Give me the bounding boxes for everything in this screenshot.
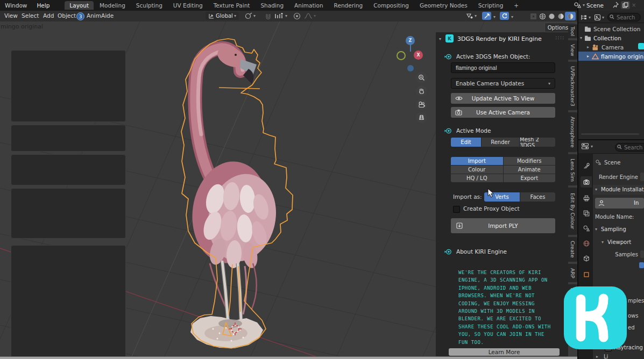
properties-search[interactable] <box>615 143 644 152</box>
properties-editor-type-button[interactable]: ▾ <box>581 142 593 150</box>
chevron-right-icon[interactable]: ▸ <box>587 45 589 49</box>
sidebar-tab-tool[interactable]: Tool <box>568 24 578 39</box>
rotation-overlay-toggle[interactable] <box>500 12 509 20</box>
properties-tab-output[interactable] <box>581 192 592 204</box>
overlays-toggle-icon[interactable] <box>530 13 537 20</box>
workspace-tab-compositing[interactable]: Compositing <box>369 1 414 10</box>
pan-button[interactable] <box>416 85 427 97</box>
workspace-tab-layout[interactable]: Layout <box>65 1 94 10</box>
outliner-scrollbar[interactable] <box>581 133 639 135</box>
import-ply-button[interactable]: Import PLY <box>451 218 555 233</box>
show-gizmo-dropdown[interactable]: ▾ <box>466 12 477 20</box>
update-active-to-view-button[interactable]: Update Active To View <box>451 93 555 104</box>
menu-view[interactable]: View <box>4 12 18 19</box>
snap-magnet-icon[interactable] <box>265 13 272 20</box>
transform-orientation-dropdown[interactable]: Global ▾ <box>206 12 239 20</box>
panel-collapse-icon[interactable]: ▾ <box>439 37 441 41</box>
sampling-section[interactable]: ▾ Sampling <box>593 225 644 234</box>
unlink-scene-icon[interactable]: × <box>632 2 636 8</box>
menu-window[interactable]: Window <box>0 2 32 9</box>
gizmo-z-axis[interactable]: Z <box>406 36 415 45</box>
camera-view-button[interactable] <box>416 99 427 110</box>
chevron-right-icon[interactable]: ▸ <box>587 54 589 59</box>
properties-tab-collection[interactable] <box>581 253 592 264</box>
sidebar-tab-create[interactable]: Create <box>568 236 578 262</box>
mode-render-button[interactable]: Render <box>482 138 520 147</box>
shading-solid-icon[interactable] <box>548 13 555 20</box>
scene-selector[interactable]: ▾ Scene × <box>574 1 636 9</box>
samples-field[interactable] <box>640 250 644 258</box>
properties-tab-tool[interactable] <box>581 160 592 171</box>
gizmo-x-axis[interactable]: X <box>414 51 423 60</box>
clipped-blue-widget[interactable] <box>639 262 644 268</box>
workspace-tab-sculpting[interactable]: Sculpting <box>131 1 167 10</box>
menu-object[interactable]: Object <box>58 12 76 19</box>
menu-animaide[interactable]: AnimAide <box>87 12 114 19</box>
outliner-search[interactable] <box>607 13 641 21</box>
sidebar-tab-uvpackmaster3[interactable]: UVPackmaster3 <box>568 61 578 111</box>
falloff-dropdown[interactable]: ▾ <box>304 12 316 20</box>
add-workspace-button[interactable]: + <box>509 1 523 10</box>
snap-increments-dropdown[interactable]: ▾ <box>274 12 287 20</box>
mode-mesh2-3dgs-button[interactable]: Mesh 2 3DGS <box>520 138 555 147</box>
sidebar-tab-lens-sim[interactable]: Lens Sim <box>568 154 578 186</box>
properties-tab-object[interactable] <box>581 269 592 280</box>
tool-export-button[interactable]: Export <box>504 174 556 182</box>
region-divider[interactable] <box>577 139 644 140</box>
learn-more-button[interactable]: Learn More <box>449 348 560 356</box>
tool-modifiers-button[interactable]: Modifiers <box>504 157 556 165</box>
outliner-row-collection[interactable]: ▾ Collection <box>578 33 644 42</box>
properties-tab-render[interactable] <box>581 176 592 188</box>
tool-animate-button[interactable]: Animate <box>504 166 556 174</box>
flamingo-model[interactable] <box>186 43 284 348</box>
properties-breadcrumb[interactable]: Scene <box>595 159 621 166</box>
module-installation-section[interactable]: ▾ Module Installation <box>593 185 644 195</box>
workspace-tab-geometry-nodes[interactable]: Geometry Nodes <box>415 1 472 10</box>
new-scene-button[interactable] <box>621 1 630 9</box>
properties-tab-scene[interactable] <box>581 222 592 234</box>
workspace-tab-scripting[interactable]: Scripting <box>473 1 508 10</box>
properties-tab-view-layer[interactable] <box>581 207 592 219</box>
mode-edit-button[interactable]: Edit <box>451 138 482 147</box>
chevron-down-icon[interactable]: ▾ <box>493 15 496 19</box>
shading-wireframe-icon[interactable] <box>539 13 546 20</box>
create-proxy-checkbox[interactable] <box>453 206 460 213</box>
menu-select[interactable]: Select <box>22 12 39 19</box>
xray-toggle[interactable] <box>482 12 491 20</box>
mesh-name-field[interactable] <box>451 62 555 73</box>
workspace-tab-modeling[interactable]: Modeling <box>95 1 130 10</box>
outliner-row-scene-collection[interactable]: Scene Collection <box>578 24 644 33</box>
outliner-display-mode-button[interactable]: ▾ <box>581 14 591 21</box>
render-engine-dropdown[interactable] <box>640 173 644 181</box>
sidebar-tab-view[interactable]: View <box>568 40 578 60</box>
outliner-row-camera[interactable]: ▸ Camera <box>578 42 644 52</box>
lights-section-clipped[interactable]: ▸ Li <box>593 354 644 359</box>
properties-tab-world[interactable] <box>581 238 592 249</box>
proportional-editing-icon[interactable] <box>293 12 301 20</box>
menu-add[interactable]: Add <box>43 12 54 19</box>
outliner-filter-button[interactable]: ▾ <box>594 14 604 21</box>
workspace-tab-rendering[interactable]: Rendering <box>329 1 368 10</box>
pin-icon[interactable] <box>613 2 619 9</box>
workspace-tab-shading[interactable]: Shading <box>256 1 288 10</box>
snap-target-dropdown[interactable]: ▾ <box>245 12 256 20</box>
workspace-tab-animation[interactable]: Animation <box>289 1 328 10</box>
gizmo-z-negative-axis[interactable] <box>407 65 414 71</box>
viewport-subsection[interactable]: ▾ Viewport <box>599 238 644 247</box>
chevron-down-icon[interactable]: ▾ <box>580 35 582 40</box>
panel-grip-icon[interactable]: :::: <box>555 34 564 40</box>
workspace-tab-texture-paint[interactable]: Texture Paint <box>209 1 255 10</box>
tool-import-button[interactable]: Import <box>451 157 503 165</box>
use-active-camera-button[interactable]: Use Active Camera <box>451 107 555 118</box>
import-as-faces-button[interactable]: Faces <box>520 192 555 202</box>
orthographic-toggle-button[interactable] <box>416 112 427 123</box>
menu-help[interactable]: Help <box>32 2 54 9</box>
shading-rendered-toggle[interactable] <box>565 12 576 20</box>
install-module-button[interactable]: In <box>595 198 644 209</box>
camera-updates-dropdown[interactable]: Enable Camera Updates ▾ <box>451 78 555 89</box>
tool-colour-button[interactable]: Colour <box>451 166 503 174</box>
sidebar-tab-edit-by-colour[interactable]: Edit By Colour <box>568 187 578 235</box>
outliner-row-flamingo-selected[interactable]: ▸ flamingo origin <box>578 52 644 61</box>
sidebar-tab-atmosphere[interactable]: Atmosphere <box>568 112 578 153</box>
zoom-button[interactable] <box>416 72 427 83</box>
